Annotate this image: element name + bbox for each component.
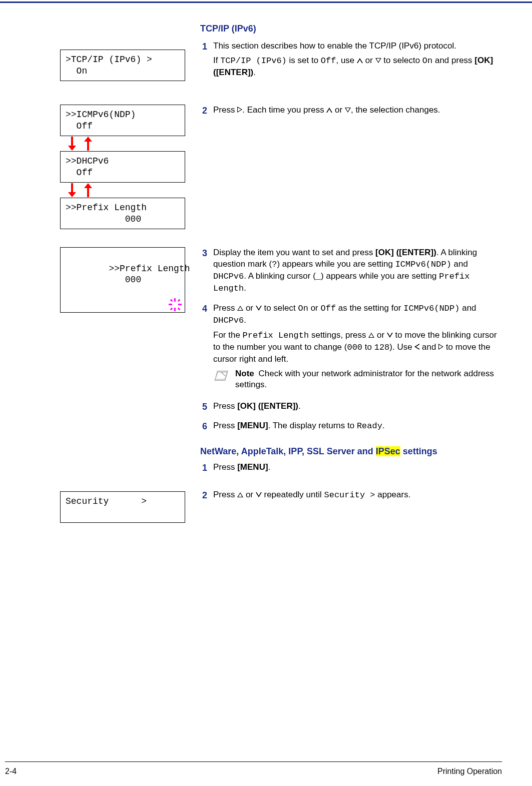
heading-netware-etc: NetWare, AppleTalk, IPP, SSL Server and … [200,445,502,457]
down-triangle-icon [256,306,262,311]
right-triangle-icon [237,107,242,113]
step-6-body: Press [MENU]. The display returns to Rea… [213,420,502,435]
up-triangle-icon [237,492,243,497]
lcd-prefix-length: >>Prefix Length 000 [60,198,185,229]
step-1-body: This section describes how to enable the… [213,41,502,82]
step-number: 1 [200,41,207,82]
down-arrow-icon [67,137,77,151]
page-footer: 2-4 Printing Operation [0,761,532,777]
step-number: 6 [200,420,207,435]
down-arrow-icon [67,183,77,197]
step-3-body: Display the item you want to set and pre… [213,247,502,298]
step-5-body: Press [OK] ([ENTER]). [213,401,502,415]
step-number: 5 [200,401,207,415]
lcd-prefix-length-blinking: >>Prefix Length 000 [60,247,185,313]
up-arrow-icon [83,183,93,197]
up-triangle-icon [237,306,243,311]
left-triangle-icon [414,344,419,350]
arrow-pair [60,136,185,151]
highlight-ipsec: IPSec [376,446,400,456]
lcd-dhcpv6: >>DHCPv6 Off [60,151,185,183]
up-triangle-icon [357,58,363,63]
up-triangle-icon [368,333,374,338]
down-triangle-icon [375,58,381,63]
right-triangle-icon [438,344,443,350]
blink-indicator-icon [169,298,182,311]
step-number: 2 [200,105,207,119]
note-text: Check with your network administrator fo… [235,369,494,390]
page-number: 2-4 [5,766,17,777]
note-block: Note Check with your network administrat… [213,368,502,391]
footer-title: Printing Operation [437,766,502,777]
up-triangle-icon [326,108,332,113]
down-triangle-icon [256,492,262,497]
note-label: Note [235,369,254,378]
sec2-step-2-body: Press or repeatedly until Security > app… [213,489,502,504]
step-4-body: Press or to select On or Off as the sett… [213,303,502,394]
step-2-body: Press . Each time you press or , the sel… [213,105,502,119]
step-number: 1 [200,462,207,476]
lcd-icmpv6: >>ICMPv6(NDP) Off [60,105,185,136]
arrow-pair [60,183,185,198]
up-arrow-icon [83,137,93,151]
note-icon [213,368,230,383]
top-rule [0,2,532,3]
sec2-step-1-body: Press [MENU]. [213,462,502,476]
down-triangle-icon [345,108,351,113]
lcd-security: Security > [60,491,185,523]
step-number: 2 [200,489,207,504]
heading-tcpip-ipv6: TCP/IP (IPv6) [200,23,502,35]
lcd-tcpip-ipv6: >TCP/IP (IPv6) > On [60,50,185,81]
step-number: 3 [200,247,207,298]
down-triangle-icon [387,333,393,338]
